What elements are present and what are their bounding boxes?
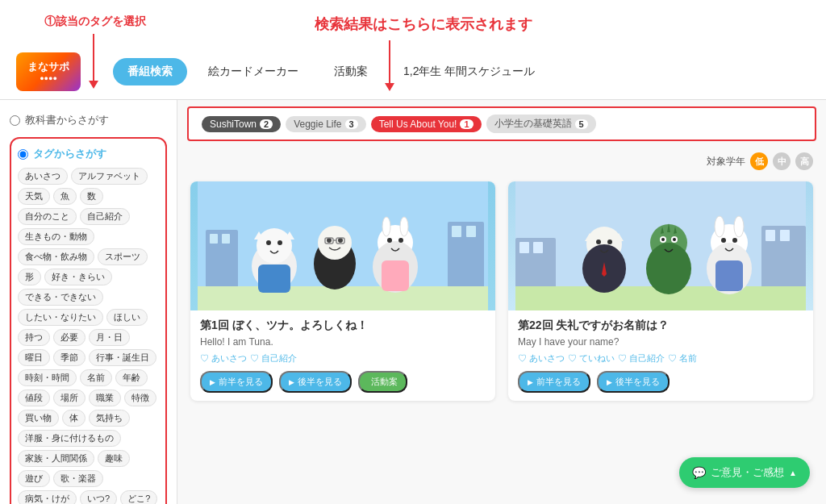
tag-shokugyo[interactable]: 職業: [89, 389, 121, 406]
svg-point-11: [277, 240, 282, 245]
tag-nenrei[interactable]: 年齢: [115, 369, 148, 386]
tag-dekiru[interactable]: できる・できない: [18, 289, 103, 306]
svg-point-9: [257, 228, 292, 264]
tag-tenki[interactable]: 天気: [18, 188, 50, 205]
search-results-bar: SushiTown 2 Veggie Life 3 Tell Us About …: [187, 106, 816, 141]
card-2: 第22回 失礼ですがお名前は？ May I have your name? あい…: [508, 181, 813, 401]
tag-karada[interactable]: 体: [62, 410, 86, 427]
tag-kisetsu[interactable]: 季節: [53, 349, 86, 366]
logo-text: まなサポ ●●●●: [27, 60, 69, 83]
grade-low[interactable]: 低: [750, 152, 768, 170]
card-1-btn-first[interactable]: 前半を見る: [200, 371, 273, 393]
card-2-btn-first[interactable]: 前半を見る: [518, 371, 590, 393]
card-2-tag-1: あいさつ: [518, 352, 565, 364]
svg-point-47: [661, 238, 665, 241]
card-1: 第1回 ぼく、ツナ。よろしくね！ Hello! I am Tuna. あいさつ …: [190, 181, 495, 401]
tag-tabemono[interactable]: 食べ物・飲み物: [18, 248, 94, 265]
tag-motsu[interactable]: 持つ: [18, 329, 50, 346]
svg-point-39: [596, 240, 601, 244]
tag-itsu[interactable]: いつ?: [80, 490, 117, 504]
textbook-radio-input[interactable]: [10, 115, 20, 126]
tag-tokucho[interactable]: 特徴: [124, 389, 156, 406]
result-tab-shougakusei[interactable]: 小学生の基礎英語 5: [486, 115, 596, 133]
annotation-left-text: ①該当のタグを選択: [44, 15, 146, 27]
svg-point-17: [327, 238, 332, 243]
result-tab-sushitown-label: SushiTown: [210, 119, 257, 130]
tag-tsuki[interactable]: 月・日: [89, 329, 130, 346]
tag-suki[interactable]: 好き・きらい: [44, 269, 112, 285]
tag-gyoji[interactable]: 行事・誕生日: [89, 349, 156, 366]
tag-aisatsu[interactable]: あいさつ: [18, 168, 68, 185]
result-tab-veggie-count: 3: [345, 119, 358, 129]
feedback-button[interactable]: 💬 ご意見・ご感想 ▲: [679, 457, 810, 488]
result-tab-tellus[interactable]: Tell Us About You! 1: [371, 116, 482, 132]
tag-jikoshokai[interactable]: 自己紹介: [80, 208, 130, 225]
tag-section-title: タグからさがす: [18, 147, 159, 161]
result-tab-tellus-label: Tell Us About You!: [379, 119, 457, 130]
tag-kimochi[interactable]: 気持ち: [89, 410, 130, 427]
feedback-chevron-icon: ▲: [789, 469, 797, 477]
tag-uta[interactable]: 歌・楽器: [53, 470, 103, 487]
app-wrapper: ①該当のタグを選択 検索結果はこちらに表示されます まなサポ ●●●● 番組検索…: [0, 0, 826, 504]
tag-sports[interactable]: スポーツ: [98, 248, 148, 265]
content-area: 教科書からさがす タグからさがす あいさつ アルファベット 天気 魚 数 自分の…: [0, 100, 826, 504]
tab-katsudo[interactable]: 活動案: [319, 58, 382, 85]
tag-katachi[interactable]: 形: [18, 269, 41, 285]
tag-radio-input[interactable]: [18, 149, 28, 160]
tag-shumi[interactable]: 趣味: [98, 450, 130, 467]
tag-kazoku[interactable]: 家族・人間関係: [18, 450, 94, 467]
logo: まなサポ ●●●●: [16, 52, 81, 91]
result-tab-veggie[interactable]: Veggie Life 3: [286, 116, 366, 132]
cards-grid: 第1回 ぼく、ツナ。よろしくね！ Hello! I am Tuna. あいさつ …: [177, 175, 826, 414]
svg-point-57: [715, 216, 724, 237]
card-2-info: 第22回 失礼ですがお名前は？ May I have your name? あい…: [508, 310, 813, 401]
card-2-actions: 前半を見る 後半を見る: [518, 371, 803, 393]
tag-kazu[interactable]: 数: [80, 188, 103, 205]
header: まなサポ ●●●● 番組検索 絵カードメーカー 活動案 1,2年生 年間スケジュ…: [0, 44, 826, 100]
tag-nedan[interactable]: 値段: [18, 389, 50, 406]
tag-jibun[interactable]: 自分のこと: [18, 208, 77, 225]
card-2-btn-second[interactable]: 後半を見る: [597, 371, 670, 393]
main-content: SushiTown 2 Veggie Life 3 Tell Us About …: [177, 100, 826, 504]
tag-youbi[interactable]: 曜日: [18, 349, 50, 366]
result-tab-sushitown-count: 2: [260, 119, 273, 129]
svg-rect-34: [766, 230, 775, 241]
tab-schedule[interactable]: 1,2年生 年間スケジュール: [389, 58, 549, 85]
card-1-btn-katsudo[interactable]: 活動案: [358, 371, 407, 393]
nav-tabs: 番組検索 絵カードメーカー 活動案 1,2年生 年間スケジュール: [113, 58, 549, 85]
tag-shitai[interactable]: したい・なりたい: [18, 309, 103, 326]
tag-byoki[interactable]: 病気・けが: [18, 490, 77, 504]
tag-yofuku[interactable]: 洋服・身に付けるもの: [18, 430, 121, 447]
textbook-radio[interactable]: 教科書からさがす: [10, 110, 167, 131]
tag-label: タグからさがす: [33, 147, 106, 161]
card-1-info: 第1回 ぼく、ツナ。よろしくね！ Hello! I am Tuna. あいさつ …: [190, 310, 495, 401]
tag-asobi[interactable]: 遊び: [18, 470, 50, 487]
tag-namae[interactable]: 名前: [80, 369, 112, 386]
tag-basho[interactable]: 場所: [53, 389, 86, 406]
tag-kaimono[interactable]: 買い物: [18, 410, 59, 427]
result-tab-sushitown[interactable]: SushiTown 2: [202, 116, 281, 132]
feedback-label: ご意見・ご感想: [711, 465, 784, 480]
tab-ecard[interactable]: 絵カードメーカー: [194, 58, 313, 85]
annotation-left: ①該当のタグを選択: [44, 15, 146, 29]
svg-rect-7: [198, 286, 488, 310]
svg-rect-59: [715, 260, 743, 291]
tab-bangumi[interactable]: 番組検索: [113, 58, 187, 85]
grade-mid[interactable]: 中: [773, 152, 791, 170]
grade-high[interactable]: 高: [795, 152, 813, 170]
tag-sakana[interactable]: 魚: [53, 188, 77, 205]
grade-label: 対象学年: [707, 155, 745, 169]
tag-section: タグからさがす あいさつ アルファベット 天気 魚 数 自分のこと 自己紹介 生…: [10, 137, 167, 504]
card-1-btn-second[interactable]: 後半を見る: [279, 371, 352, 393]
arrow-right-down-icon: [389, 40, 390, 85]
tag-alphabet[interactable]: アルファベット: [71, 168, 148, 185]
tag-hitsuyou[interactable]: 必要: [53, 329, 86, 346]
result-tab-shougakusei-label: 小学生の基礎英語: [494, 117, 572, 131]
svg-point-26: [382, 217, 390, 236]
svg-point-24: [387, 238, 392, 243]
tag-ikimono[interactable]: 生きもの・動物: [18, 228, 94, 245]
tag-doko[interactable]: どこ?: [120, 490, 157, 504]
svg-point-55: [721, 238, 726, 243]
tag-jikoku[interactable]: 時刻・時間: [18, 369, 77, 386]
tag-hoshii[interactable]: ほしい: [106, 309, 148, 326]
